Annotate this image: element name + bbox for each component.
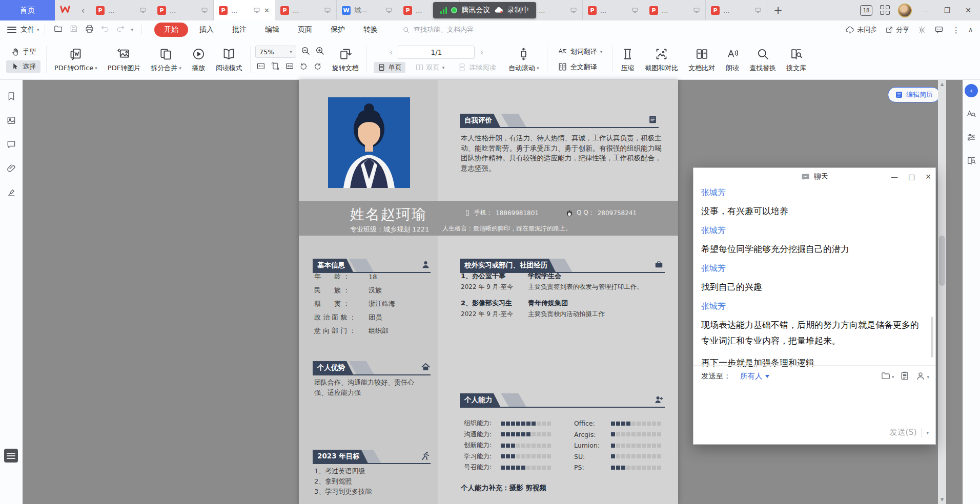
share-button[interactable]: 分享 xyxy=(885,25,909,34)
menu-tab-编辑[interactable]: 编辑 xyxy=(258,23,287,36)
send-file-button[interactable]: ▾ xyxy=(881,371,894,383)
undo-button[interactable] xyxy=(100,24,110,35)
continuous-read-button[interactable]: 连续阅读 xyxy=(454,62,499,73)
document-tab[interactable]: P... xyxy=(583,0,644,20)
document-tab[interactable]: P... xyxy=(706,0,767,20)
home-tab[interactable]: 首页 xyxy=(0,0,55,20)
collapse-panel-button[interactable]: ‹ xyxy=(965,84,978,97)
rotate-cw-button[interactable] xyxy=(313,62,322,73)
auto-scroll-button[interactable]: 自动滚动▾ xyxy=(503,41,544,77)
查找替换-button[interactable]: 查找替换 xyxy=(744,41,781,77)
chat-sender[interactable]: 张城芳 xyxy=(701,263,925,274)
comment-button[interactable] xyxy=(934,25,944,34)
chat-titlebar[interactable]: 聊天 — □ ✕ xyxy=(693,168,935,185)
booklet-icon[interactable] xyxy=(966,156,976,168)
chat-message-list[interactable]: 张城芳没事，有兴趣可以培养张城芳希望每位同学能够充分挖掘自己的潜力张城芳找到自己… xyxy=(701,187,925,377)
chat-sender[interactable]: 张城芳 xyxy=(701,225,925,236)
edit-resume-button[interactable]: 编辑简历 xyxy=(888,87,940,102)
压缩-button[interactable]: 压缩 xyxy=(616,41,640,77)
chat-scrollbar-thumb[interactable] xyxy=(931,317,933,358)
document-tab[interactable]: P... xyxy=(275,0,337,20)
zoom-select[interactable]: 75%▾ xyxy=(255,46,296,58)
rotate-doc-button[interactable]: 旋转文档 xyxy=(327,41,364,77)
page-indicator-input[interactable]: 1/1 xyxy=(398,46,475,59)
scroll-up-icon[interactable]: ▲ xyxy=(938,82,946,87)
chat-minimize-button[interactable]: — xyxy=(891,173,898,181)
send-button[interactable]: 发送(S) xyxy=(890,427,917,438)
fit-width-button[interactable] xyxy=(285,61,294,73)
fit-page-button[interactable] xyxy=(271,61,280,73)
comment-panel-icon[interactable] xyxy=(6,139,16,152)
send-options-icon[interactable]: ▾ xyxy=(926,430,929,435)
document-tab[interactable]: P... xyxy=(152,0,214,20)
double-page-button[interactable]: 双页▾ xyxy=(412,62,448,73)
tab-back-icon[interactable]: ‹ xyxy=(75,0,91,20)
translate-full-button[interactable]: 全文翻译 xyxy=(553,60,607,73)
文档比对-button[interactable]: 文档比对 xyxy=(683,41,720,77)
next-page-button[interactable]: › xyxy=(480,47,483,57)
menu-tab-页面[interactable]: 页面 xyxy=(291,23,319,36)
搜文库-button[interactable]: 搜文库 xyxy=(781,41,811,77)
search-box[interactable]: 查找功能、文档内容 xyxy=(402,25,474,34)
scroll-down-icon[interactable]: ▼ xyxy=(938,497,946,502)
settings-button[interactable] xyxy=(917,26,926,34)
menu-tab-转换[interactable]: 转换 xyxy=(356,23,385,36)
close-button[interactable]: ✕ xyxy=(962,6,975,14)
chat-close-button[interactable]: ✕ xyxy=(925,173,931,181)
rotate-ccw-button[interactable] xyxy=(299,62,308,73)
meeting-overlay[interactable]: 腾讯会议 录制中 xyxy=(433,2,536,18)
document-scrollbar[interactable]: ▲ ▼ xyxy=(938,80,946,504)
thumbnail-panel-toggle[interactable] xyxy=(4,449,18,463)
pdf-page[interactable]: 自我评价 本人性格开朗，有活力、待人热情、真诚，工作认真负责，积极主动、能吃苦耐… xyxy=(299,80,678,504)
wps-logo-icon[interactable] xyxy=(55,0,75,20)
image-panel-icon[interactable] xyxy=(6,115,16,128)
menu-tab-插入[interactable]: 插入 xyxy=(192,23,221,36)
announcement-button[interactable] xyxy=(900,371,910,383)
more-button[interactable]: ⋮ xyxy=(952,25,960,35)
拆分合并-button[interactable]: 拆分合并▾ xyxy=(146,41,187,77)
select-tool-button[interactable]: 选择 xyxy=(6,60,40,73)
adjust-tools-icon[interactable] xyxy=(966,132,976,144)
attachment-panel-icon[interactable] xyxy=(6,163,16,176)
阅读模式-button[interactable]: 阅读模式 xyxy=(211,41,248,77)
PDF转图片-button[interactable]: PDF转图片 xyxy=(103,41,146,77)
save-button[interactable] xyxy=(69,24,78,35)
signature-panel-icon[interactable] xyxy=(6,187,16,200)
播放-button[interactable]: 播放 xyxy=(187,41,211,77)
document-tab[interactable]: P... xyxy=(91,0,152,20)
document-tab[interactable]: P...✕ xyxy=(214,0,275,20)
menu-tab-批注[interactable]: 批注 xyxy=(225,23,254,36)
calendar-icon[interactable]: 18 xyxy=(860,5,872,16)
collapse-ribbon-button[interactable]: ∧ xyxy=(968,26,973,33)
朗读-button[interactable]: 朗读 xyxy=(720,41,744,77)
scrollbar-thumb[interactable] xyxy=(939,236,945,286)
translate-word-button[interactable]: 划词翻译▾ xyxy=(553,45,607,58)
member-button[interactable]: ▾ xyxy=(915,371,929,383)
menu-tab-保护[interactable]: 保护 xyxy=(323,23,352,36)
quickbar-customize-button[interactable]: ▾ xyxy=(131,27,134,32)
user-avatar[interactable] xyxy=(898,4,912,17)
minimize-button[interactable]: — xyxy=(920,6,933,14)
hamburger-icon[interactable] xyxy=(7,27,16,32)
PDF转Office-button[interactable]: PDF转Office▾ xyxy=(49,41,103,77)
restore-button[interactable]: ❐ xyxy=(941,6,954,14)
chat-sender[interactable]: 张城芳 xyxy=(701,301,925,312)
open-folder-button[interactable] xyxy=(53,24,63,36)
chat-maximize-button[interactable]: □ xyxy=(908,173,915,181)
prev-page-button[interactable]: ‹ xyxy=(390,47,393,57)
截图和对比-button[interactable]: 截图和对比 xyxy=(640,41,683,77)
file-menu[interactable]: 文件▾ xyxy=(21,25,39,34)
document-tab[interactable]: P... xyxy=(644,0,706,20)
zoom-out-button[interactable] xyxy=(300,46,311,58)
bookmark-panel-icon[interactable] xyxy=(6,91,16,103)
document-tab[interactable]: W城... xyxy=(337,0,398,20)
print-button[interactable] xyxy=(85,24,94,36)
redo-button[interactable] xyxy=(116,24,125,35)
single-page-button[interactable]: 单页 xyxy=(374,62,405,73)
chat-sender[interactable]: 张城芳 xyxy=(701,187,925,198)
sync-status[interactable]: 未同步 xyxy=(845,25,877,34)
apps-grid-icon[interactable] xyxy=(880,5,890,15)
tab-close-button[interactable]: ✕ xyxy=(264,7,270,14)
hand-tool-button[interactable]: 手型 xyxy=(6,46,40,58)
menu-tab-开始[interactable]: 开始 xyxy=(154,23,188,37)
